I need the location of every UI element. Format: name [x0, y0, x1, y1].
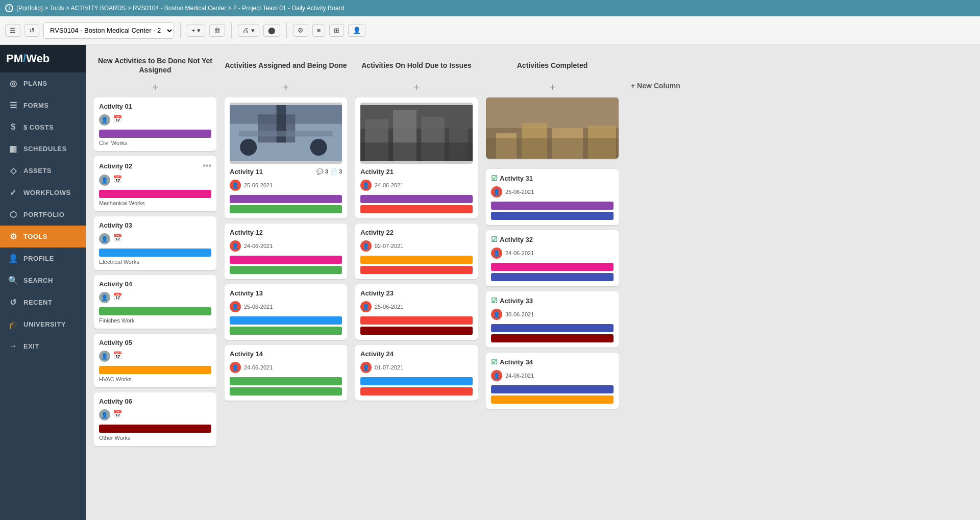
sidebar-label-exit: EXIT [23, 342, 39, 350]
toggle-button[interactable]: ⬤ [263, 24, 280, 37]
svg-rect-3 [277, 105, 286, 142]
card-act31-title: ☑ Activity 31 [491, 174, 614, 182]
sidebar-item-search[interactable]: 🔍 SEARCH [0, 269, 86, 291]
sidebar-item-recent[interactable]: ↺ RECENT [0, 291, 86, 313]
sidebar-item-forms[interactable]: ☰ FORMS [0, 94, 86, 116]
search-icon: 🔍 [8, 276, 18, 285]
tag-act03-elec [99, 249, 211, 257]
delete-button[interactable]: 🗑 [209, 24, 225, 37]
settings-button[interactable]: ⚙ [293, 24, 308, 37]
card-act12-meta: 👤 24-06-2021 [230, 240, 342, 252]
col1-add-button[interactable]: + [94, 82, 216, 93]
tag-act31-done [491, 212, 614, 220]
avatar-act03: 👤 [99, 233, 110, 244]
new-column-button[interactable]: + New Column [627, 53, 680, 512]
check-act33: ☑ [491, 296, 498, 305]
col4-cards: ☑ Activity 31 👤 25-06-2021 [486, 97, 619, 512]
card-act03: Activity 03 👤 📅 Electrical Works [94, 216, 216, 270]
sidebar-label-costs: $ COSTS [23, 123, 54, 131]
sidebar-item-costs[interactable]: $ $ COSTS [0, 116, 86, 138]
tag-act23-other [360, 327, 473, 335]
svg-rect-2 [258, 114, 295, 142]
sidebar-item-exit[interactable]: → EXIT [0, 335, 86, 357]
date-act23: 25-06-2021 [375, 304, 403, 310]
sidebar-item-portfolio[interactable]: ⬡ PORTFOLIO [0, 204, 86, 226]
card-act32-title: ☑ Activity 32 [491, 235, 614, 243]
card-act03-title: Activity 03 [99, 221, 211, 229]
avatar-act33: 👤 [491, 309, 502, 320]
sidebar-item-profile[interactable]: 👤 PROFILE [0, 247, 86, 269]
col2-cards: Activity 11 💬 3 📄 3 👤 25-06-2021 [225, 97, 347, 512]
sidebar-item-schedules[interactable]: ▦ SCHEDULES [0, 138, 86, 160]
menu-button[interactable]: ☰ [5, 24, 20, 37]
sidebar-item-tools[interactable]: ⚙ TOOLs [0, 226, 86, 247]
avatar-act02: 👤 [99, 175, 110, 186]
col4-header: Activities Completed [486, 53, 619, 78]
tag-act13-elec [230, 316, 342, 325]
avatar-act12: 👤 [230, 240, 241, 252]
avatar-act06: 👤 [99, 409, 110, 420]
sidebar-label-assets: ASSETS [23, 167, 52, 175]
card-act21-meta: 👤 24-06-2021 [360, 180, 473, 191]
card-act23-meta: 👤 25-06-2021 [360, 301, 473, 312]
avatar-act23: 👤 [360, 301, 372, 312]
tag-act12-mech [230, 256, 342, 264]
info-icon[interactable]: i [5, 4, 13, 12]
card-act33: ☑ Activity 33 👤 30-06-2021 [486, 291, 619, 348]
more-act02[interactable]: ••• [203, 161, 211, 170]
card-act13-meta: 👤 25-06-2021 [230, 301, 342, 312]
sidebar-label-schedules: SCHEDULES [23, 145, 67, 153]
col3-add-button[interactable]: + [355, 82, 478, 93]
sidebar-label-recent: RECENT [23, 299, 52, 306]
sidebar-label-forms: FORMS [23, 102, 48, 109]
svg-rect-20 [486, 138, 619, 159]
card-act06: Activity 06 👤 📅 Other Works [94, 392, 216, 446]
filter2-button[interactable]: ⊞ [329, 24, 344, 37]
card-act11-badges: 💬 3 📄 3 [316, 168, 342, 175]
date-act14: 24-06-2021 [244, 364, 273, 370]
tag-act01-label: Civil Works [99, 140, 211, 146]
card-act31-meta: 👤 25-06-2021 [491, 186, 614, 197]
filter-button[interactable]: ≡ [312, 24, 326, 37]
col2-add-button[interactable]: + [225, 82, 347, 93]
date-act32: 24-06-2021 [505, 250, 534, 256]
portfolio-link[interactable]: (Portfolio) [16, 5, 43, 12]
avatar-act14: 👤 [230, 362, 241, 373]
svg-rect-13 [360, 142, 473, 161]
column-completed: Activities Completed + [486, 53, 619, 512]
top-bar: i (Portfolio) > Tools > ACTIVITY BOARDS … [0, 0, 980, 16]
card-act02-meta: 👤 📅 [99, 175, 211, 186]
check-act31: ☑ [491, 174, 498, 182]
print-button[interactable]: 🖨 ▾ [238, 24, 259, 37]
card-act23: Activity 23 👤 25-06-2021 [355, 284, 478, 340]
logo: PM/Web [0, 45, 86, 72]
col2-header: Activities Assigned and Being Done [225, 53, 347, 78]
tag-act24-issues [360, 387, 473, 395]
svg-point-4 [240, 139, 257, 156]
project-select[interactable]: RVS0104 - Boston Medical Center - 2 [43, 22, 174, 39]
col1-header: New Activities to Be Done Not Yet Assign… [94, 53, 216, 78]
card-act22-title: Activity 22 [360, 229, 473, 236]
card-act34-title: ☑ Activity 34 [491, 358, 614, 366]
sidebar-item-assets[interactable]: ◇ ASSETS [0, 160, 86, 182]
sidebar-item-plans[interactable]: ◎ PLANS [0, 72, 86, 94]
sidebar-label-portfolio: PORTFOLIO [23, 211, 64, 218]
card-act13-title: Activity 13 [230, 289, 342, 297]
tag-act14-progress [230, 377, 342, 385]
date-act34: 24-06-2021 [505, 373, 534, 379]
tag-act22-hvac [360, 256, 473, 264]
date-act13: 25-06-2021 [244, 304, 273, 310]
user-button[interactable]: 👤 [348, 24, 365, 37]
sidebar-item-workflows[interactable]: ✓ WORKFLOWS [0, 182, 86, 204]
card-act21-image [360, 103, 473, 164]
sidebar-label-profile: PROFILE [23, 255, 54, 262]
avatar-act11: 👤 [230, 180, 241, 191]
card-act13: Activity 13 👤 25-06-2021 [225, 284, 347, 340]
check-act32: ☑ [491, 235, 498, 243]
col4-add-button[interactable]: + [486, 82, 619, 93]
calendar-act02: 📅 [113, 175, 124, 185]
undo-button[interactable]: ↺ [24, 24, 39, 37]
add-button[interactable]: + ▾ [187, 24, 205, 37]
sidebar-item-university[interactable]: 🎓 UNIVERSITY [0, 313, 86, 335]
card-act05-title: Activity 05 [99, 339, 211, 346]
